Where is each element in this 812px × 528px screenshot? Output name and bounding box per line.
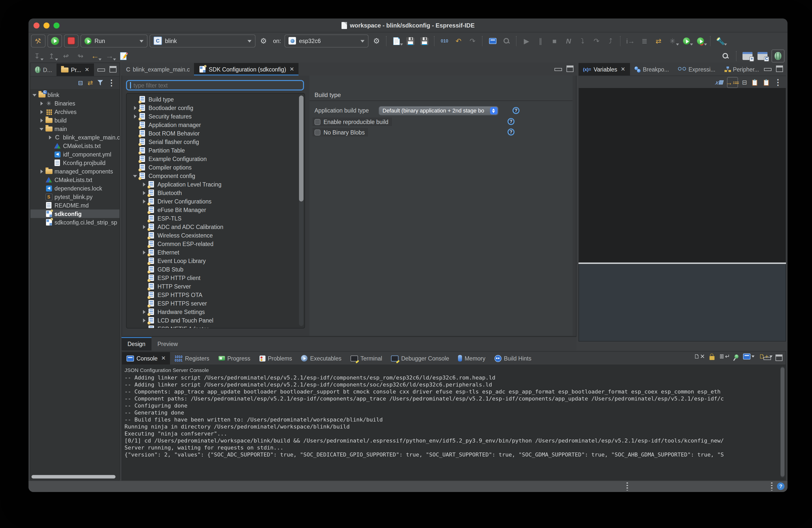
tab-console[interactable]: Console ✕ xyxy=(122,352,170,365)
help-icon[interactable]: ? xyxy=(508,129,514,135)
minimize-panel-button[interactable] xyxy=(98,69,105,72)
sdk-item-esp-https-server[interactable]: ESP HTTPS server xyxy=(128,299,298,308)
sdk-item-boot-rom-behavior[interactable]: Boot ROM Behavior xyxy=(128,129,298,137)
tree-item-archives[interactable]: Archives xyxy=(30,107,119,116)
sdk-item-bluetooth[interactable]: Bluetooth xyxy=(128,189,298,197)
sdk-item-esp-netif[interactable]: ESP NETIF Adapter xyxy=(128,324,298,328)
sdk-item-bootloader-config[interactable]: Bootloader config xyxy=(128,103,298,112)
sdk-item-event-loop-library[interactable]: Event Loop Library xyxy=(128,256,298,265)
redo-button[interactable]: ↷ xyxy=(466,35,478,47)
variables-content[interactable] xyxy=(579,88,786,263)
expander-icon[interactable] xyxy=(142,316,147,324)
help-icon[interactable]: ? xyxy=(512,107,520,114)
scrollbar-thumb[interactable] xyxy=(781,367,784,476)
sdk-item-lcd-touch-panel[interactable]: LCD and Touch Panel xyxy=(128,316,298,324)
application-build-type-select[interactable]: Default (binary application + 2nd stage … xyxy=(378,106,498,115)
tab-terminal[interactable]: Terminal xyxy=(346,352,387,365)
link-with-editor-button[interactable]: ⇄ xyxy=(87,79,93,87)
view-menu-button[interactable]: ≣ xyxy=(638,35,651,47)
help-button[interactable]: ? xyxy=(777,483,784,490)
sdk-item-adc-calibration[interactable]: ADC and ADC Calibration xyxy=(128,222,298,231)
maximize-panel-button[interactable] xyxy=(110,66,116,73)
launch-mode-combo[interactable]: Run xyxy=(81,34,147,47)
last-edit-forward-button[interactable]: ↬ xyxy=(74,50,87,62)
reproducible-build-checkbox[interactable] xyxy=(315,119,320,125)
view-menu-icon[interactable]: ⋮ xyxy=(774,77,782,87)
forward-button[interactable]: → xyxy=(103,50,116,62)
sdk-item-partition-table[interactable]: Partition Table xyxy=(128,146,298,155)
disconnect-button[interactable]: N xyxy=(563,35,575,47)
new-wizard-button[interactable]: 📄 xyxy=(391,35,403,47)
pause-button[interactable]: ∥ xyxy=(535,35,547,47)
sdk-item-build-type[interactable]: Build type xyxy=(128,95,298,103)
tree-item-build[interactable]: build xyxy=(30,116,119,124)
tab-preview[interactable]: Preview xyxy=(151,337,184,351)
expander-icon[interactable] xyxy=(39,99,45,107)
close-icon[interactable]: ✕ xyxy=(85,67,89,73)
minimize-window-button[interactable] xyxy=(44,23,49,29)
tree-item-dependencies-lock[interactable]: dependencies.lock xyxy=(30,184,119,192)
maximize-panel-button[interactable] xyxy=(775,354,783,361)
new-resource-button[interactable]: 📝 xyxy=(118,50,130,62)
console-output[interactable]: JSON Configuration Server Console -- Add… xyxy=(122,365,780,481)
pin-console-icon[interactable] xyxy=(734,354,739,359)
sdk-item-ethernet[interactable]: Ethernet xyxy=(128,248,298,256)
expander-icon[interactable] xyxy=(132,112,139,120)
sdk-item-security-features[interactable]: Security features xyxy=(128,112,298,120)
sdk-item-esp-https-ota[interactable]: ESP HTTPS OTA xyxy=(128,291,298,299)
no-binary-blobs-checkbox[interactable] xyxy=(315,129,320,135)
undo-button[interactable]: ↶ xyxy=(452,35,464,47)
expander-icon[interactable] xyxy=(142,222,147,231)
filter-input[interactable] xyxy=(132,82,300,89)
open-console-button[interactable] xyxy=(487,35,498,47)
new-launch-target-button[interactable]: ✳ xyxy=(667,35,679,47)
filter-button[interactable] xyxy=(98,80,103,86)
sdk-tree-scrollbar[interactable] xyxy=(299,96,304,326)
title-bar[interactable]: workspace - blink/sdkconfig - Espressif-… xyxy=(29,18,787,32)
maximize-editor-button[interactable] xyxy=(566,65,574,72)
expander-icon[interactable] xyxy=(142,197,147,205)
launch-config-gear-button[interactable]: ⚙ xyxy=(258,35,270,47)
sdk-item-application-level-tracing[interactable]: Application Level Tracing xyxy=(128,180,298,189)
tree-item-cmakelists[interactable]: CMakeLists.txt xyxy=(30,176,119,184)
tree-item-sdkconfig-ci[interactable]: sdkconfig.ci.led_strip_sp xyxy=(30,218,119,226)
search-disabled-button[interactable] xyxy=(501,35,512,47)
scrollbar-thumb[interactable] xyxy=(299,96,304,202)
sdk-item-example-configuration[interactable]: Example Configuration xyxy=(128,155,298,163)
filter-box[interactable] xyxy=(126,80,304,90)
open-perspective-button[interactable]: + xyxy=(741,50,754,62)
sdk-item-common-esp-related[interactable]: Common ESP-related xyxy=(128,239,298,248)
step-over-button[interactable]: ↷ xyxy=(591,35,603,47)
instruction-stepping-button[interactable]: ⇄ xyxy=(652,35,665,47)
show-columns-button[interactable]: 𝑥▦ xyxy=(715,79,723,86)
show-logical-structure-button[interactable]: →≔ xyxy=(727,77,738,88)
status-grip[interactable] xyxy=(626,483,628,490)
tree-item-pytest-blink[interactable]: Spytest_blink.py xyxy=(30,192,119,201)
tab-problems[interactable]: Problems xyxy=(255,352,296,365)
tree-item-sdkconfig[interactable]: sdkconfig xyxy=(30,209,119,218)
sdk-item-esp-http-client[interactable]: ESP HTTP client xyxy=(128,274,298,282)
tree-item-blink[interactable]: blink xyxy=(30,90,119,99)
sdk-item-serial-flasher-config[interactable]: Serial flasher config xyxy=(128,137,298,146)
tree-item-idf-component[interactable]: idf_component.yml xyxy=(30,150,119,159)
sdk-item-application-manager[interactable]: Application manager xyxy=(128,120,298,129)
run-menu-button[interactable] xyxy=(681,35,693,47)
tree-item-kconfig[interactable]: Kconfig.projbuild xyxy=(30,159,119,167)
tab-progress[interactable]: Progress xyxy=(214,352,255,365)
scroll-lock-icon[interactable] xyxy=(710,356,714,360)
view-menu-icon[interactable]: ⋮ xyxy=(107,78,116,88)
tab-peripherals[interactable]: Peripher... xyxy=(720,63,764,75)
tree-item-cmakelists-main[interactable]: CMakeLists.txt xyxy=(30,142,119,150)
tab-expressions[interactable]: Expressi... xyxy=(673,63,720,75)
close-window-button[interactable] xyxy=(33,23,40,29)
tree-item-managed-components[interactable]: managed_components xyxy=(30,167,119,176)
expander-icon[interactable] xyxy=(142,180,147,189)
launch-config-combo[interactable]: C blink xyxy=(149,34,256,47)
collapse-all-button[interactable]: ⊟ xyxy=(78,79,83,86)
skip-breakpoints-button[interactable]: i→ xyxy=(624,35,637,47)
expander-icon[interactable] xyxy=(32,90,38,99)
sdk-item-compiler-options[interactable]: Compiler options xyxy=(128,163,298,172)
sdk-item-component-config[interactable]: Component config xyxy=(128,172,298,180)
binary-file-button[interactable]: 010 xyxy=(438,35,450,47)
tab-memory[interactable]: Memory xyxy=(453,352,490,365)
